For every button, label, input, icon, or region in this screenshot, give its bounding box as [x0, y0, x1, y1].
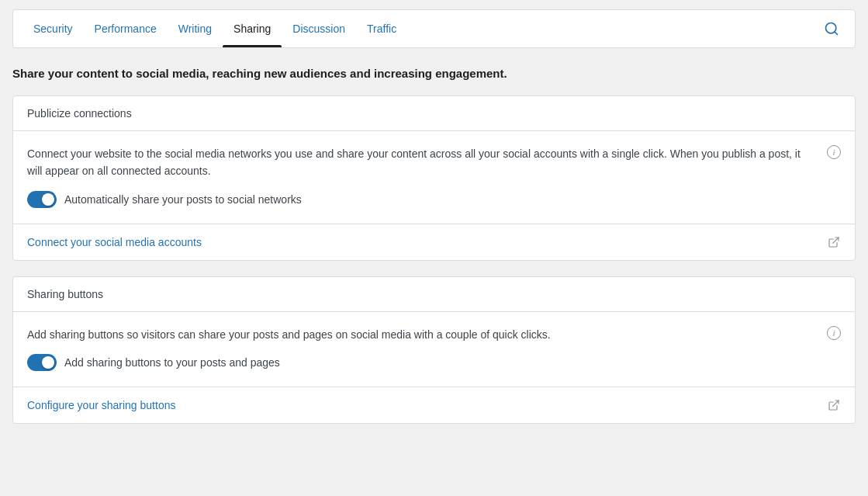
nav-bar: Security Performance Writing Sharing Dis…: [12, 9, 856, 48]
connect-social-link[interactable]: Connect your social media accounts: [27, 236, 202, 248]
sharing-buttons-body: Add sharing buttons so visitors can shar…: [13, 312, 855, 387]
sharing-buttons-toggle-label: Add sharing buttons to your posts and pa…: [64, 356, 280, 369]
sharing-buttons-card: Sharing buttons Add sharing buttons so v…: [12, 276, 856, 424]
sharing-buttons-toggle-row: Add sharing buttons to your posts and pa…: [27, 354, 818, 371]
publicize-header: Publicize connections: [13, 96, 855, 131]
tab-performance[interactable]: Performance: [84, 10, 168, 47]
tab-sharing[interactable]: Sharing: [223, 10, 282, 47]
sharing-buttons-toggle[interactable]: [27, 354, 57, 371]
publicize-external-link-icon[interactable]: [827, 235, 841, 249]
tab-security[interactable]: Security: [22, 10, 84, 47]
configure-sharing-link[interactable]: Configure your sharing buttons: [27, 399, 175, 411]
publicize-footer: Connect your social media accounts: [13, 224, 855, 260]
search-button[interactable]: [818, 15, 846, 43]
svg-line-1: [835, 32, 838, 35]
sharing-buttons-header: Sharing buttons: [13, 277, 855, 312]
nav-tabs: Security Performance Writing Sharing Dis…: [22, 10, 818, 47]
publicize-toggle-slider: [27, 191, 57, 208]
svg-line-3: [833, 401, 839, 406]
tab-traffic[interactable]: Traffic: [356, 10, 407, 47]
publicize-card: Publicize connections Connect your websi…: [12, 95, 856, 261]
sharing-buttons-description: Add sharing buttons so visitors can shar…: [27, 326, 818, 343]
search-icon: [824, 21, 839, 36]
sharing-buttons-toggle-slider: [27, 354, 57, 371]
publicize-description: Connect your website to the social media…: [27, 145, 818, 180]
sharing-buttons-external-link-icon[interactable]: [827, 398, 841, 412]
publicize-info-icon[interactable]: i: [827, 145, 841, 159]
sharing-buttons-info-icon[interactable]: i: [827, 326, 841, 340]
tab-discussion[interactable]: Discussion: [282, 10, 356, 47]
page-title: Share your content to social media, reac…: [12, 67, 856, 80]
publicize-toggle-row: Automatically share your posts to social…: [27, 191, 818, 208]
tab-writing[interactable]: Writing: [168, 10, 223, 47]
publicize-toggle-label: Automatically share your posts to social…: [64, 193, 302, 206]
svg-line-2: [833, 238, 839, 243]
publicize-toggle[interactable]: [27, 191, 57, 208]
sharing-buttons-footer: Configure your sharing buttons: [13, 387, 855, 423]
publicize-body: Connect your website to the social media…: [13, 131, 855, 224]
